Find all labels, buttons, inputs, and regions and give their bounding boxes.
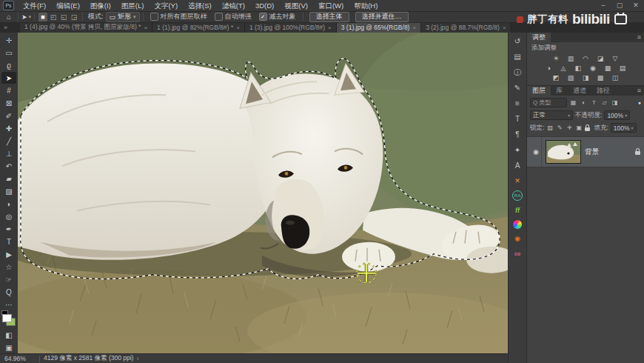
lock-paint-icon[interactable]: ✎	[556, 124, 563, 131]
add-selection-mode[interactable]: ◰	[49, 13, 58, 21]
filter-shape-layers-icon[interactable]: ▱	[600, 99, 608, 107]
gradient-map-adjustment[interactable]: ▩	[596, 73, 606, 81]
filter-pixel-layers-icon[interactable]: ▦	[569, 99, 577, 107]
brush-settings-panel[interactable]: ✎	[511, 82, 524, 93]
dodge-tool[interactable]: ◎	[1, 210, 16, 222]
document-tab[interactable]: 1 (1).jpg @ 82%(RGB/8#) * ×	[152, 22, 245, 33]
plugin-ra[interactable]: RA	[512, 190, 523, 201]
menu-item[interactable]: 视图(V)	[279, 0, 313, 11]
status-chevron-icon[interactable]: ›	[136, 355, 138, 362]
menu-item[interactable]: 图像(I)	[85, 0, 116, 11]
visibility-eye-icon[interactable]: ◉	[531, 137, 542, 167]
move-tool[interactable]: ✛	[1, 34, 16, 46]
history-panel[interactable]: ↺	[511, 36, 524, 47]
plugin-ff[interactable]: ff	[511, 205, 524, 216]
plugin-color-wheel[interactable]	[513, 220, 522, 229]
tab-overflow-chevron[interactable]: »	[0, 22, 20, 33]
panel-menu-icon[interactable]: ≡	[634, 33, 644, 42]
menu-item[interactable]: 图层(L)	[116, 0, 150, 11]
layer-thumbnail[interactable]	[546, 140, 581, 164]
menu-item[interactable]: 3D(D)	[250, 0, 279, 11]
lock-all-icon[interactable]	[585, 127, 590, 131]
layers-panel-tab[interactable]: 图层	[527, 86, 551, 96]
info-panel[interactable]: ⓘ	[511, 67, 524, 78]
properties-panel[interactable]: ≡	[511, 98, 524, 109]
black-white-adjustment[interactable]: ◧	[574, 64, 583, 72]
menu-item[interactable]: 滤镜(T)	[217, 0, 250, 11]
layers-panel-tab[interactable]: 库	[551, 86, 568, 96]
clone-source-panel[interactable]: ▤	[511, 51, 524, 62]
zoom-tool[interactable]: Q	[1, 286, 16, 298]
shape-tool[interactable]: ☆	[1, 261, 16, 273]
screen-mode-tool[interactable]: ▣	[1, 342, 16, 353]
levels-adjustment[interactable]: ▥	[566, 54, 576, 62]
background-lock-icon[interactable]	[635, 151, 640, 155]
filter-smart-objects-icon[interactable]: ◨	[611, 99, 619, 107]
layers-panel-tab[interactable]: 路径	[591, 86, 615, 96]
clone-stamp-tool[interactable]: ⊥	[1, 147, 16, 159]
vibrance-adjustment[interactable]: ▽	[611, 54, 620, 62]
hue-saturation-adjustment[interactable]: ◑	[544, 64, 554, 72]
panel-menu-icon[interactable]: ≡	[634, 86, 644, 96]
frame-tool[interactable]: ⊠	[1, 97, 16, 109]
filter-toggle-icon[interactable]: ●	[638, 100, 641, 105]
eraser-tool[interactable]: ▰	[1, 173, 16, 184]
blur-tool[interactable]: ◗	[1, 198, 16, 210]
curves-adjustment[interactable]: ◠	[581, 54, 591, 62]
color-lookup-adjustment[interactable]: ▤	[618, 64, 628, 72]
lock-artboard-icon[interactable]: ▣	[575, 124, 583, 131]
edit-toolbar[interactable]: ⋯	[1, 299, 16, 310]
crop-tool[interactable]: #	[1, 84, 16, 96]
document-tab[interactable]: 1 (3).jpg @ 100%(RGB/8#) ×	[245, 22, 337, 33]
object-selection-tool[interactable]: ➤	[1, 72, 16, 84]
wolf-photo[interactable]	[18, 33, 508, 354]
hand-tool[interactable]: ☞	[1, 273, 16, 285]
minimize-button[interactable]: –	[595, 0, 611, 11]
document-tab[interactable]: 3 (1).jpg @ 65%(RGB/8) ×	[337, 22, 421, 33]
filter-adjustment-layers-icon[interactable]: ◐	[580, 99, 588, 107]
glyphs-panel[interactable]: A	[511, 160, 524, 171]
close-icon[interactable]: ×	[236, 24, 240, 31]
lock-position-icon[interactable]: ✛	[566, 124, 573, 131]
opacity-field[interactable]: 100% ▾	[604, 110, 630, 120]
channel-mixer-adjustment[interactable]: ▦	[603, 64, 613, 72]
close-icon[interactable]: ×	[328, 24, 332, 31]
menu-item[interactable]: 帮助(H)	[349, 0, 383, 11]
option-checkbox[interactable]: ✓ 减去对象	[259, 12, 296, 21]
color-swatches[interactable]	[1, 313, 16, 327]
plugin-co[interactable]: co	[511, 248, 524, 259]
close-icon[interactable]: ×	[144, 24, 147, 31]
plugin-x[interactable]: ✕	[511, 176, 524, 186]
mode-select[interactable]: ▭ 矩形 ▾	[106, 12, 140, 22]
color-balance-adjustment[interactable]: ◬	[559, 64, 568, 72]
fill-field[interactable]: 100% ▾	[611, 123, 637, 133]
photo-filter-adjustment[interactable]: ◉	[588, 64, 598, 72]
lock-transparency-icon[interactable]: ▨	[546, 124, 554, 131]
gradient-tool[interactable]: ▨	[1, 185, 16, 197]
select-subject-button[interactable]: 选择主体	[309, 12, 349, 22]
maximize-button[interactable]: ▢	[611, 0, 628, 11]
menu-item[interactable]: 选择(S)	[183, 0, 217, 11]
posterize-adjustment[interactable]: ▧	[566, 73, 576, 81]
select-and-mask-button[interactable]: 选择并遮住…	[355, 12, 409, 22]
layers-panel-tab[interactable]: 通道	[568, 86, 591, 96]
threshold-adjustment[interactable]: ◨	[581, 73, 591, 81]
healing-brush-tool[interactable]: ✚	[1, 122, 16, 134]
exposure-adjustment[interactable]: ◪	[596, 54, 606, 62]
menu-item[interactable]: 编辑(E)	[51, 0, 85, 11]
option-checkbox[interactable]: 对所有图层取样	[150, 12, 207, 21]
close-button[interactable]: ✕	[628, 0, 644, 11]
menu-item[interactable]: 文件(F)	[18, 0, 51, 11]
document-tab[interactable]: 1 (4).jpg @ 40% (背景 拷贝, 图层蒙版/8) * ×	[20, 22, 152, 33]
brightness-contrast-adjustment[interactable]: ☀	[551, 54, 561, 62]
foreground-color-swatch[interactable]	[2, 314, 12, 322]
paragraph-panel[interactable]: ¶	[511, 129, 524, 140]
subtract-selection-mode[interactable]: ◱	[59, 13, 68, 21]
pen-tool[interactable]: ✒	[1, 223, 16, 235]
invert-adjustment[interactable]: ◩	[551, 73, 561, 81]
document-tab[interactable]: 3 (2).jpg @ 88.7%(RGB/8) ×	[421, 22, 511, 33]
blend-mode-select[interactable]: 正常 ▾	[530, 110, 573, 120]
menu-item[interactable]: 文字(Y)	[149, 0, 183, 11]
filter-type-layers-icon[interactable]: T	[590, 99, 598, 107]
presets-panel[interactable]: ✦	[511, 144, 524, 156]
